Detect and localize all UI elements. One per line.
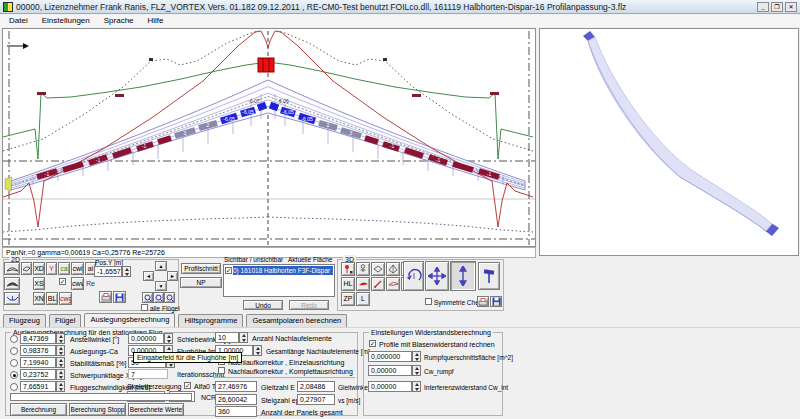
- berechnete-werte-button[interactable]: Berechnete Werte: [128, 403, 184, 416]
- close-button[interactable]: ✕: [785, 2, 797, 12]
- panel-v-icon[interactable]: [386, 262, 400, 276]
- profile-flap-icon[interactable]: [21, 262, 32, 275]
- gesamtlaenge-spinner[interactable]: [253, 345, 262, 356]
- cwi-button[interactable]: cwi: [71, 262, 84, 275]
- alfa0-tat-checkbox[interactable]: [184, 382, 191, 389]
- alle-fluegel-checkbox[interactable]: [141, 304, 148, 311]
- surface-visible-checkbox[interactable]: [225, 267, 232, 274]
- maximize-button[interactable]: ❐: [771, 2, 783, 12]
- komplettausrichtung-checkbox[interactable]: [218, 367, 225, 374]
- rumpfquerschnitt-spinner[interactable]: [412, 351, 421, 362]
- cw-rumpf-spinner[interactable]: [412, 365, 421, 376]
- tab-gesamtpolaren[interactable]: Gesamtpolaren berechnen: [246, 314, 347, 327]
- wing-3d-view[interactable]: [539, 28, 799, 256]
- iterationsschritt-field[interactable]: 7: [128, 369, 168, 379]
- cw-rumpf-field[interactable]: 0,00000: [368, 365, 412, 376]
- wing-topview-icon[interactable]: [4, 262, 20, 275]
- gamma-button[interactable]: Y: [46, 262, 57, 275]
- hl-button[interactable]: HL: [341, 277, 355, 291]
- ca-checkbox[interactable]: [59, 278, 66, 285]
- cwv-button[interactable]: cwv: [71, 277, 84, 290]
- menu-sprache[interactable]: Sprache: [97, 15, 141, 27]
- panel-h-icon[interactable]: [371, 262, 385, 276]
- posy-field[interactable]: -1,65574: [94, 266, 122, 277]
- cw-int-spinner[interactable]: [412, 381, 421, 392]
- save-3d-icon[interactable]: [490, 296, 502, 307]
- np-verschieben-button[interactable]: NP verschieben: [180, 277, 222, 288]
- tab-hilfsprogramme[interactable]: Hilfsprogramme: [178, 314, 243, 327]
- radio-schwerpunktlage[interactable]: [10, 371, 18, 379]
- ca-button[interactable]: ca: [58, 262, 70, 275]
- planform-2d-view[interactable]: -1 -1 -1 -1 -1 -1 3 2 3 2 -6,05 -6,05 -6…: [2, 28, 536, 247]
- build-3d-icon[interactable]: [478, 262, 500, 290]
- auslegungs-ca-spinner[interactable]: [56, 345, 65, 356]
- surface-list-item[interactable]: 0) 161018 Halbhorten F3F-Dispar 14-cA=0: [233, 266, 333, 275]
- symmetrie-check-checkbox[interactable]: [425, 298, 432, 305]
- anzahl-nachlauf-spinner[interactable]: [239, 332, 248, 343]
- wing-frontview-icon[interactable]: [4, 292, 20, 305]
- print-3d-icon[interactable]: [477, 296, 489, 307]
- rumpfquerschnitt-field[interactable]: 0,000000: [368, 351, 412, 362]
- tab-flugzeug[interactable]: Flugzeug: [3, 314, 46, 327]
- pen-icon[interactable]: [371, 277, 385, 291]
- berechnung-starten-button[interactable]: Berechnung starten: [10, 403, 67, 416]
- move-3d-icon[interactable]: [425, 261, 449, 291]
- redo-button[interactable]: Redo: [289, 300, 329, 310]
- zoom-out-icon[interactable]: [153, 292, 164, 303]
- posy-spinner[interactable]: [122, 266, 131, 277]
- menu-datei[interactable]: Datei: [2, 15, 35, 27]
- menu-einstellungen[interactable]: Einstellungen: [35, 15, 97, 27]
- schiebewinkel-field[interactable]: 0,00000: [128, 333, 164, 344]
- bl-button[interactable]: BL: [46, 292, 58, 305]
- stabilitaetsmass-field[interactable]: 7,19940: [20, 357, 56, 368]
- anstellwinkel-spinner[interactable]: [56, 333, 65, 344]
- cwg-button[interactable]: cwg: [59, 292, 72, 305]
- radio-anstellwinkel[interactable]: [10, 335, 18, 343]
- root-selection-marker[interactable]: [258, 58, 274, 72]
- zoom-in-icon[interactable]: [142, 292, 153, 303]
- minimize-button[interactable]: _: [757, 2, 769, 12]
- radio-stabilitaetsmass[interactable]: [10, 359, 18, 367]
- undo-button[interactable]: Undo: [243, 300, 283, 310]
- schwerpunktlage-field[interactable]: 0,23752: [20, 369, 56, 380]
- save-icon[interactable]: [113, 291, 126, 303]
- auslegungs-ca-field[interactable]: 0,98376: [20, 345, 56, 356]
- pan-down-icon[interactable]: ▼: [155, 281, 167, 291]
- airfoil-outline-icon[interactable]: [386, 277, 400, 291]
- schiebewinkel-spinner[interactable]: [164, 333, 173, 344]
- schwerpunktlage-spinner[interactable]: [56, 369, 65, 380]
- pan-up-icon[interactable]: ▲: [155, 261, 167, 271]
- tab-auslegungsberechnung[interactable]: Auslegungsberechnung: [84, 313, 175, 327]
- figure-icon[interactable]: [356, 262, 370, 276]
- print-icon[interactable]: [99, 291, 112, 303]
- profilschnitt-button[interactable]: Profilschnitt: [181, 263, 221, 274]
- rotate-3d-icon[interactable]: [403, 261, 424, 291]
- xs-button[interactable]: XS: [33, 277, 45, 290]
- fluggeschwindigkeit-spinner[interactable]: [56, 381, 65, 392]
- berechnung-stopp-button[interactable]: Berechnung Stopp: [69, 403, 126, 416]
- radio-fluggeschwindigkeit[interactable]: [10, 383, 18, 391]
- surfaces-listbox[interactable]: 0) 161018 Halbhorten F3F-Dispar 14-cA=0: [223, 264, 335, 297]
- anstellwinkel-field[interactable]: 8,47369: [20, 333, 56, 344]
- l-button[interactable]: L: [356, 292, 370, 306]
- xn-button[interactable]: XN: [33, 292, 45, 305]
- radio-auslegungs-ca[interactable]: [10, 347, 18, 355]
- blasenwiderstand-checkbox[interactable]: [369, 340, 376, 347]
- observer-icon[interactable]: [341, 262, 355, 276]
- airfoil-red-icon[interactable]: [356, 277, 370, 291]
- menu-hilfe[interactable]: Hilfe: [141, 15, 171, 27]
- tab-fluegel[interactable]: Flügel: [49, 314, 81, 327]
- pan-right-icon[interactable]: ►: [167, 271, 178, 281]
- wing-filled-icon[interactable]: [4, 277, 20, 290]
- zoom-fit-icon[interactable]: [164, 292, 175, 303]
- re-label[interactable]: Re: [86, 279, 95, 288]
- title-bar[interactable]: 00000, Lizenznehmer Frank Ranis, FLZ_VOR…: [0, 0, 800, 14]
- stabilitaetsmass-spinner[interactable]: [56, 357, 65, 368]
- cw-int-field[interactable]: 0,00000: [368, 381, 412, 392]
- fluggeschwindigkeit-field[interactable]: 7,66591: [20, 381, 56, 392]
- pan-left-icon[interactable]: ◄: [143, 271, 154, 281]
- xd-button[interactable]: XD: [33, 262, 45, 275]
- anzahl-nachlauf-field[interactable]: 10: [215, 332, 239, 343]
- zp-button[interactable]: ZP: [341, 292, 355, 306]
- zoom-3d-icon[interactable]: [450, 261, 476, 291]
